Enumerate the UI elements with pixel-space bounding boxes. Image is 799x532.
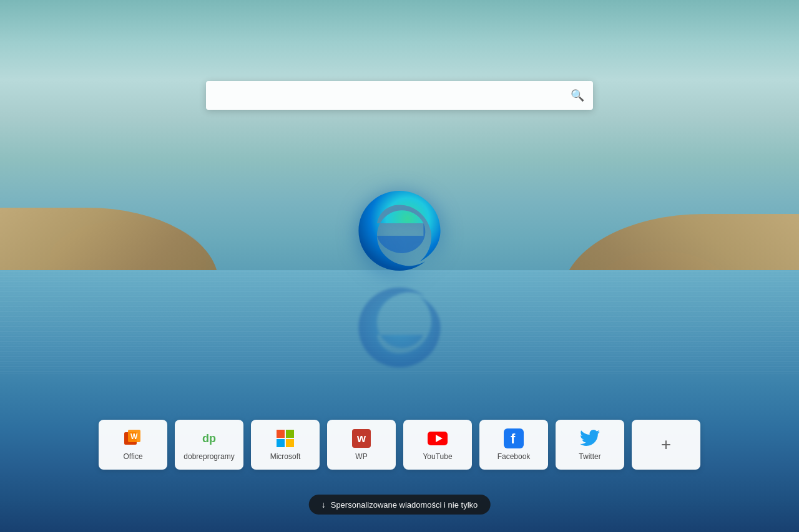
facebook-label: Facebook	[498, 452, 531, 461]
youtube-icon	[428, 428, 448, 448]
search-bar: 🔍	[206, 81, 593, 110]
quick-link-youtube[interactable]: YouTube	[403, 420, 472, 470]
twitter-icon	[580, 428, 600, 448]
dobreprogramy-label: dobreprogramy	[184, 452, 234, 461]
plus-icon: +	[656, 435, 676, 455]
svg-text:W: W	[130, 432, 138, 441]
wp-label: WP	[355, 452, 367, 461]
quick-link-dobreprogramy[interactable]: dp dobreprogramy	[175, 420, 243, 470]
youtube-label: YouTube	[423, 452, 452, 461]
microsoft-icon	[275, 428, 295, 448]
microsoft-label: Microsoft	[270, 452, 301, 461]
quick-link-twitter[interactable]: Twitter	[556, 420, 624, 470]
office-icon: W	[123, 428, 143, 448]
office-label: Office	[123, 452, 142, 461]
search-icon[interactable]: 🔍	[571, 89, 584, 102]
twitter-label: Twitter	[579, 452, 600, 461]
bottom-bar[interactable]: ↓ Spersonalizowane wiadomości i nie tylk…	[309, 495, 491, 515]
svg-text:f: f	[511, 431, 516, 447]
edge-logo	[350, 181, 449, 281]
quick-link-office[interactable]: W Office	[99, 420, 167, 470]
search-input[interactable]	[215, 90, 571, 101]
quick-link-facebook[interactable]: f Facebook	[479, 420, 548, 470]
bottom-bar-arrow: ↓	[321, 500, 326, 510]
dp-icon: dp	[199, 428, 219, 448]
bottom-bar-label: Spersonalizowane wiadomości i nie tylko	[331, 500, 478, 510]
edge-reflection	[350, 278, 449, 377]
quick-links: W Office dp dobreprogramy Microsoft w WP	[99, 420, 700, 470]
search-container: 🔍	[206, 81, 593, 110]
quick-link-wp[interactable]: w WP	[327, 420, 396, 470]
facebook-icon: f	[504, 428, 524, 448]
wp-icon: w	[351, 428, 371, 448]
quick-link-add[interactable]: +	[632, 420, 700, 470]
quick-link-microsoft[interactable]: Microsoft	[251, 420, 320, 470]
